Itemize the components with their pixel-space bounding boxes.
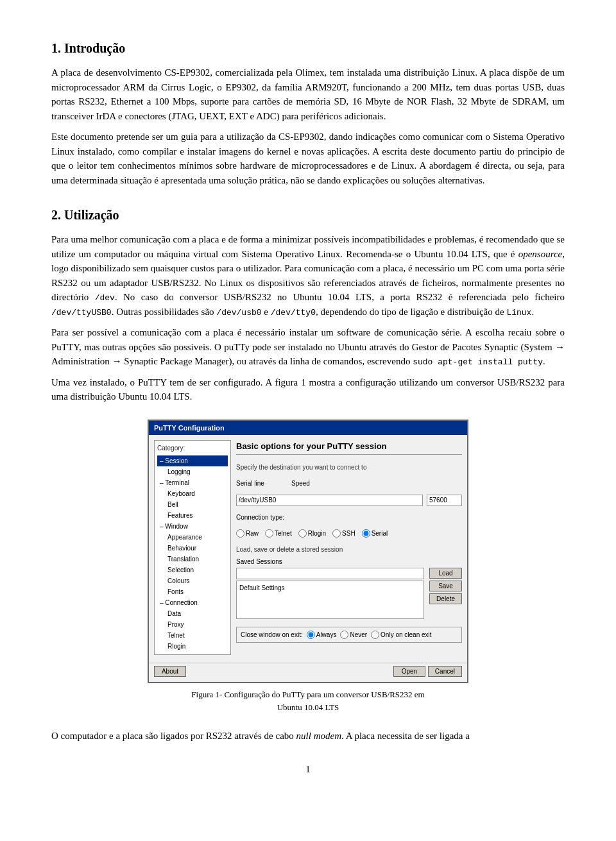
radio-rlogin[interactable]: Rlogin <box>298 529 326 538</box>
cancel-button[interactable]: Cancel <box>428 666 462 677</box>
heading-2-number: 2. <box>51 208 61 222</box>
para3-part1: Para uma melhor comunicação com a placa … <box>51 234 565 259</box>
load-save-desc: Load, save or delete a stored session <box>236 545 462 554</box>
tree-item-colours[interactable]: Colours <box>157 575 228 586</box>
tree-item-behaviour[interactable]: Behaviour <box>157 543 228 554</box>
delete-button[interactable]: Delete <box>429 593 462 604</box>
putty-titlebar: PuTTY Configuration <box>149 421 467 436</box>
tree-item-features[interactable]: Features <box>157 510 228 521</box>
tree-item-bell[interactable]: Bell <box>157 499 228 510</box>
para6-italic: null modem <box>296 731 341 741</box>
heading-2: 2. Utilização <box>51 205 565 225</box>
paragraph-1: A placa de desenvolvimento CS-EP9302, co… <box>51 65 565 123</box>
para3-part3: . No caso do conversor USB/RS232 no Ubun… <box>115 292 565 302</box>
save-button[interactable]: Save <box>429 581 462 591</box>
saved-sessions-label: Saved Sessions <box>236 557 462 566</box>
paragraph-2-text: Este documento pretende ser um guia para… <box>51 132 565 185</box>
putty-config-panel: Basic options for your PuTTY session Spe… <box>236 440 462 655</box>
radio-serial[interactable]: Serial <box>362 529 388 538</box>
serial-line-label: Serial line <box>236 479 287 488</box>
tree-item-terminal[interactable]: – Terminal <box>157 477 228 488</box>
heading-1-number: 1. <box>51 41 61 55</box>
sessions-left: Default Settings <box>236 568 424 622</box>
radio-row: Raw Telnet Rlogin SSH Serial <box>236 529 462 538</box>
radio-ssh[interactable]: SSH <box>332 529 355 538</box>
paragraph-2: Este documento pretende ser um guia para… <box>51 130 565 187</box>
saved-sessions-section: Load, save or delete a stored session Sa… <box>236 545 462 622</box>
load-button[interactable]: Load <box>429 568 462 579</box>
putty-category-label: Category: <box>157 443 228 453</box>
open-button[interactable]: Open <box>393 666 425 677</box>
figure-caption: Figura 1- Configuração do PuTTy para um … <box>51 688 565 713</box>
saved-sessions-box[interactable]: Default Settings <box>236 581 424 619</box>
para3-part6: , dependendo do tipo de ligação e distri… <box>316 307 506 317</box>
putty-bottom-right: Open Cancel <box>393 666 462 677</box>
figure-caption-line1: Figura 1- Configuração do PuTTy para um … <box>51 688 565 701</box>
speed-input[interactable] <box>427 495 462 506</box>
para3-part4: . Outras possibilidades são <box>112 307 217 317</box>
para6-part1: O computador e a placa são ligados por R… <box>51 731 296 741</box>
heading-1-title: Introdução <box>64 41 125 55</box>
para4-code: sudo apt-get install putty <box>413 357 543 367</box>
putty-bottom-left: About <box>154 666 186 677</box>
figure-1: PuTTY Configuration Category: – Session … <box>51 420 565 714</box>
connection-type-row: Connection type: <box>236 513 462 522</box>
para3-linux: Linux <box>506 308 531 318</box>
connection-type-label: Connection type: <box>236 513 287 522</box>
para5-text: Uma vez instalado, o PuTTY tem de ser co… <box>51 377 565 402</box>
tree-item-window[interactable]: – Window <box>157 521 228 532</box>
putty-session-title: Basic options for your PuTTY session <box>236 440 462 455</box>
para3-part5: e <box>262 307 271 317</box>
para3-end: . <box>531 307 534 317</box>
close-never[interactable]: Never <box>340 630 367 640</box>
about-button[interactable]: About <box>154 666 186 677</box>
paragraph-1-text: A placa de desenvolvimento CS-EP9302, co… <box>51 67 565 121</box>
tree-item-session[interactable]: – Session <box>157 455 228 466</box>
para3-file2: /dev/usb0 <box>216 308 261 318</box>
radio-telnet[interactable]: Telnet <box>265 529 292 538</box>
putty-category-panel: Category: – Session Logging – Terminal K… <box>154 440 231 655</box>
sessions-row: Default Settings Load Save Delete <box>236 568 462 622</box>
session-search-input[interactable] <box>236 568 424 579</box>
tree-item-selection[interactable]: Selection <box>157 565 228 575</box>
tree-item-proxy[interactable]: Proxy <box>157 619 228 630</box>
para3-file1: /dev/ttyUSB0 <box>51 308 112 318</box>
paragraph-5: Uma vez instalado, o PuTTY tem de ser co… <box>51 375 565 404</box>
heading-1: 1. Introdução <box>51 38 565 58</box>
paragraph-4: Para ser possível a comunicação com a pl… <box>51 325 565 369</box>
serial-line-input[interactable] <box>236 495 423 506</box>
paragraph-3: Para uma melhor comunicação com a placa … <box>51 232 565 319</box>
putty-session-desc: Specify the destination you want to conn… <box>236 463 462 472</box>
para3-devdir: /dev <box>95 293 115 303</box>
tree-item-connection[interactable]: – Connection <box>157 597 228 608</box>
speed-label: Speed <box>291 479 343 488</box>
close-always[interactable]: Always <box>307 630 337 640</box>
tree-item-keyboard[interactable]: Keyboard <box>157 488 228 499</box>
figure-caption-line2: Ubuntu 10.04 LTS <box>51 701 565 714</box>
page-number: 1 <box>51 763 565 776</box>
tree-item-rlogin[interactable]: Rlogin <box>157 641 228 652</box>
para6-part2: . A placa necessita de ser ligada a <box>341 731 470 741</box>
serial-speed-row: Serial line Speed <box>236 479 462 488</box>
para3-opensource: opensource <box>518 249 563 259</box>
tree-item-logging[interactable]: Logging <box>157 466 228 477</box>
heading-2-title: Utilização <box>64 208 119 222</box>
close-window-row: Close window on exit: Always Never Only … <box>236 627 462 643</box>
putty-body: Category: – Session Logging – Terminal K… <box>149 435 467 660</box>
para3-file3: /dev/tty0 <box>271 308 316 318</box>
tree-item-translation[interactable]: Translation <box>157 554 228 565</box>
sessions-buttons: Load Save Delete <box>429 568 462 622</box>
session-item-default[interactable]: Default Settings <box>238 582 422 593</box>
tree-item-fonts[interactable]: Fonts <box>157 586 228 597</box>
para4-end: . <box>543 356 545 366</box>
putty-window: PuTTY Configuration Category: – Session … <box>148 420 468 684</box>
serial-speed-inputs <box>236 495 462 506</box>
tree-item-appearance[interactable]: Appearance <box>157 532 228 543</box>
close-label: Close window on exit: <box>241 630 303 640</box>
tree-item-telnet[interactable]: Telnet <box>157 630 228 641</box>
paragraph-6: O computador e a placa são ligados por R… <box>51 729 565 743</box>
radio-raw[interactable]: Raw <box>236 529 259 538</box>
close-clean[interactable]: Only on clean exit <box>371 630 432 640</box>
putty-bottom-buttons: About Open Cancel <box>149 663 467 682</box>
tree-item-data[interactable]: Data <box>157 608 228 619</box>
